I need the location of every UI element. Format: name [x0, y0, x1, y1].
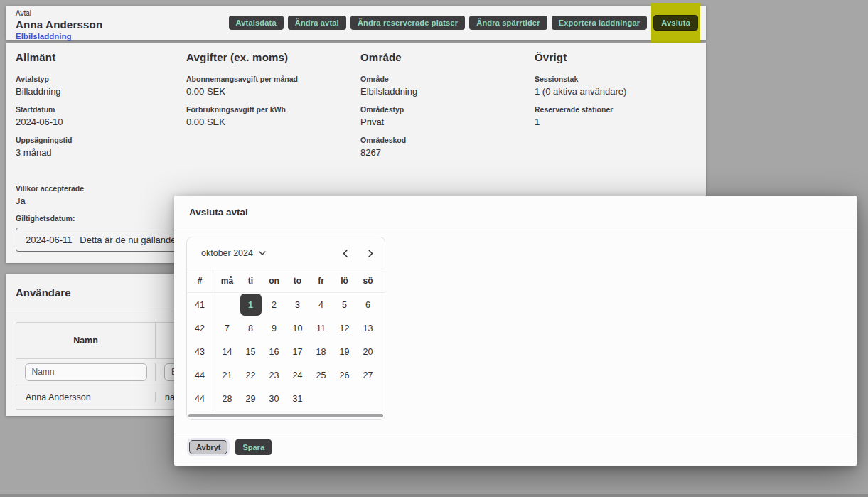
day-cell-14[interactable]: 14: [215, 340, 239, 363]
day-number: 23: [269, 370, 279, 380]
day-cell-2[interactable]: 2: [262, 293, 286, 316]
weekday-header-ti: ti: [239, 269, 262, 293]
day-number: 21: [223, 370, 232, 380]
empty-day-cell: [309, 387, 333, 410]
day-number: 11: [316, 324, 326, 333]
bottom-edge: [0, 494, 868, 497]
day-number: 28: [223, 394, 232, 404]
section-title: Övrigt: [535, 51, 702, 63]
toolbar-button-ändra-reserverade-platser[interactable]: Ändra reserverade platser: [350, 16, 465, 30]
day-number: 4: [318, 300, 323, 310]
day-cell-21[interactable]: 21: [215, 363, 239, 387]
day-number: 20: [363, 347, 373, 357]
day-number: 16: [269, 347, 279, 357]
modal-title: Avsluta avtal: [189, 207, 248, 218]
day-cell-11[interactable]: 11: [309, 316, 333, 340]
toolbar-button-ändra-avtal[interactable]: Ändra avtal: [288, 16, 346, 30]
empty-day-cell: [215, 293, 239, 316]
day-cell-24[interactable]: 24: [286, 363, 309, 387]
day-number: 30: [269, 394, 279, 404]
avsluta-button[interactable]: Avsluta: [653, 15, 698, 31]
field-value: 8267: [360, 147, 527, 158]
chevron-right-icon: [368, 250, 373, 257]
calendar-week-row: 4278910111213: [187, 316, 385, 340]
avsluta-highlight: Avsluta: [651, 3, 700, 43]
empty-day-cell: [356, 387, 380, 410]
day-number: 13: [363, 324, 373, 333]
day-number: 26: [340, 370, 350, 380]
day-number: 7: [225, 324, 230, 333]
day-cell-9[interactable]: 9: [262, 316, 286, 340]
field-avtalstyp: AvtalstypBilladdning: [16, 75, 183, 97]
day-cell-7[interactable]: 7: [215, 316, 239, 340]
day-cell-1[interactable]: 1: [239, 293, 262, 316]
day-number: 29: [246, 394, 256, 404]
month-selector[interactable]: oktober 2024: [201, 248, 266, 258]
field-abonnemangsavgift-per-månad: Abonnemangsavgift per månad0.00 SEK: [186, 75, 353, 97]
area-link[interactable]: Elbilsladdning: [16, 31, 102, 41]
day-number: 8: [248, 324, 253, 333]
save-button[interactable]: Spara: [235, 439, 272, 455]
details-column-avgifter-ex-moms-: Avgifter (ex. moms)Abonnemangsavgift per…: [186, 51, 353, 136]
next-month-button[interactable]: [358, 237, 383, 269]
field-value: Privat: [360, 117, 527, 127]
day-cell-30[interactable]: 30: [262, 387, 286, 410]
column-header-namn[interactable]: Namn: [16, 323, 156, 358]
day-cell-23[interactable]: 23: [262, 363, 286, 387]
section-title: Avgifter (ex. moms): [186, 51, 353, 63]
day-cell-6[interactable]: 6: [356, 293, 380, 316]
day-cell-20[interactable]: 20: [356, 340, 380, 363]
weekday-header-fr: fr: [309, 269, 333, 293]
calendar-grid: 4112345642789101112134314151617181920442…: [187, 293, 385, 410]
divider: [174, 434, 857, 434]
toolbar-button-ändra-spärrtider[interactable]: Ändra spärrtider: [469, 16, 547, 30]
day-cell-15[interactable]: 15: [239, 340, 262, 363]
field-sessionstak: Sessionstak1 (0 aktiva användare): [535, 75, 702, 97]
day-number: 18: [316, 347, 326, 357]
page-title-block: Avtal Anna Andersson Elbilsladdning: [16, 9, 102, 42]
day-cell-17[interactable]: 17: [286, 340, 309, 363]
day-cell-16[interactable]: 16: [262, 340, 286, 363]
toolbar-button-avtalsdata[interactable]: Avtalsdata: [229, 16, 284, 30]
calendar-week-row: 4314151617181920: [187, 340, 385, 363]
cancel-button[interactable]: Avbryt: [189, 440, 227, 454]
field-value: 1 (0 aktiva användare): [535, 86, 702, 97]
field-label: Villkor accepterade: [16, 184, 84, 193]
day-number: 12: [340, 324, 350, 333]
toolbar-button-exportera-laddningar[interactable]: Exportera laddningar: [552, 16, 648, 30]
day-cell-19[interactable]: 19: [333, 340, 356, 363]
day-cell-12[interactable]: 12: [333, 316, 356, 340]
day-cell-3[interactable]: 3: [286, 293, 309, 316]
weekday-header-to: to: [286, 269, 309, 293]
day-cell-5[interactable]: 5: [333, 293, 356, 316]
day-cell-25[interactable]: 25: [309, 363, 333, 387]
day-cell-4[interactable]: 4: [309, 293, 333, 316]
week-number-header: #: [187, 276, 213, 286]
field-value: 1: [535, 117, 702, 127]
day-number: 19: [340, 347, 350, 357]
day-cell-22[interactable]: 22: [239, 363, 262, 387]
day-cell-27[interactable]: 27: [356, 363, 380, 387]
users-title: Användare: [16, 287, 71, 299]
week-number: 41: [187, 300, 213, 310]
field-value: 0.00 SEK: [186, 117, 353, 127]
chevron-left-icon: [343, 250, 348, 257]
prev-month-button[interactable]: [332, 237, 358, 269]
calendar-scrollbar[interactable]: [188, 414, 383, 417]
day-cell-10[interactable]: 10: [286, 316, 309, 340]
field-value: 0.00 SEK: [186, 86, 353, 97]
chevron-down-icon: [259, 251, 266, 255]
namn-filter-input[interactable]: [25, 363, 147, 381]
day-cell-13[interactable]: 13: [356, 316, 380, 340]
day-number: 25: [316, 370, 326, 380]
header-bar: Avtal Anna Andersson Elbilsladdning Avta…: [6, 6, 706, 40]
day-cell-18[interactable]: 18: [309, 340, 333, 363]
day-cell-29[interactable]: 29: [239, 387, 262, 410]
field-reserverade-stationer: Reserverade stationer1: [535, 105, 702, 127]
day-cell-28[interactable]: 28: [215, 387, 239, 410]
day-cell-26[interactable]: 26: [333, 363, 356, 387]
day-cell-31[interactable]: 31: [286, 387, 309, 410]
day-cell-8[interactable]: 8: [239, 316, 262, 340]
weekday-header-sö: sö: [356, 269, 380, 293]
toolbar: AvtalsdataÄndra avtalÄndra reserverade p…: [229, 6, 700, 40]
